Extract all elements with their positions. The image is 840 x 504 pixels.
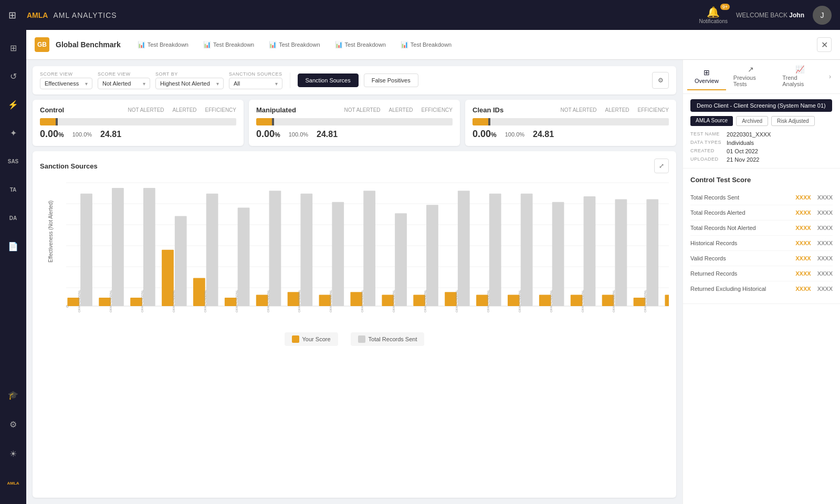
- score-row-label-5: Returned Records: [690, 270, 737, 277]
- sanction-sources-group: SANCTION SOURCES All ▾: [229, 71, 282, 89]
- score-val-gray-2: XXXX: [817, 225, 833, 231]
- svg-text:OFAC-CNSDNL: OFAC-CNSDNL: [361, 289, 364, 312]
- score-card-cleanids-title: Clean IDs: [472, 106, 503, 114]
- sanction-sources-label: SANCTION SOURCES: [229, 71, 282, 77]
- svg-rect-59: [615, 199, 627, 306]
- sidebar-item-theme[interactable]: ☀: [1, 441, 26, 466]
- chart-legend: Your Score Total Records Sent: [40, 332, 669, 346]
- score-row-vals-0: XXXX XXXX: [795, 194, 833, 201]
- client-name-badge: Demo Client - Client Screening (System N…: [690, 99, 832, 112]
- content-split: SCORE VIEW Effectiveness ▾ SCORE VIEW No…: [26, 60, 840, 504]
- score-row-1: Total Records Alerted XXXX XXXX: [690, 205, 833, 220]
- false-positives-button[interactable]: False Positives: [364, 74, 418, 87]
- sidebar-item-learn[interactable]: 🎓: [1, 382, 26, 407]
- tab-test-breakdown-5[interactable]: 📊 Test Breakdown: [394, 38, 458, 51]
- not-alerted-label-c: NOT ALERTED: [560, 107, 596, 113]
- nav-logo: AMLA: [27, 11, 48, 19]
- score-val-orange-6: XXXX: [795, 286, 811, 292]
- alerted-label: ALERTED: [173, 107, 197, 113]
- tab-test-breakdown-1[interactable]: 📊 Test Breakdown: [131, 38, 195, 51]
- tab-test-breakdown-3[interactable]: 📊 Test Breakdown: [262, 38, 326, 51]
- tag-row: AMLA Source Archived Risk Adjusted: [690, 116, 833, 126]
- score-view-1-select[interactable]: Effectiveness ▾: [40, 78, 92, 89]
- tab-test-breakdown-2[interactable]: 📊 Test Breakdown: [197, 38, 260, 51]
- svg-rect-47: [489, 194, 501, 306]
- sidebar-item-history[interactable]: ↺: [1, 64, 26, 89]
- chart-wrap: Effectiveness (Not Alerted) 0: [40, 177, 669, 326]
- bar-chart-icon-3: 📊: [269, 41, 277, 48]
- chevron-down-icon-3: ▾: [216, 81, 219, 87]
- right-panel-arrow[interactable]: ›: [824, 70, 836, 83]
- score-val-orange-4: XXXX: [795, 255, 811, 261]
- notification-badge: 9+: [720, 4, 730, 10]
- svg-rect-35: [363, 191, 375, 306]
- not-alerted-label-m: NOT ALERTED: [344, 107, 380, 113]
- user-name: John: [789, 12, 804, 19]
- sanction-sources-button[interactable]: Sanction Sources: [298, 74, 359, 87]
- tab-label-2: Test Breakdown: [213, 41, 254, 48]
- score-bar-dark-control: [56, 118, 58, 125]
- grid-icon[interactable]: ⊞: [8, 9, 16, 21]
- welcome-back: WELCOME BACK: [736, 12, 788, 19]
- score-bar-track-control: [40, 118, 236, 125]
- efficiency-label: EFFICIENCY: [205, 107, 236, 113]
- sidebar-item-doc[interactable]: 📄: [1, 234, 26, 259]
- bar-chart-svg: 0 OFAC-CNSDNLOFAC-CNSDNLOFAC-CNSDNLOFAC-…: [66, 177, 669, 324]
- score-row-5: Returned Records XXXX XXXX: [690, 266, 833, 281]
- tab-overview[interactable]: ⊞ Overview: [687, 63, 726, 90]
- legend-total-records: Total Records Sent: [351, 332, 425, 346]
- sidebar-item-dashboard[interactable]: ⊞: [1, 35, 26, 60]
- score-card-control: Control NOT ALERTED ALERTED EFFICIENCY: [33, 100, 244, 146]
- expand-icon[interactable]: ⤢: [654, 159, 669, 173]
- score-row-vals-2: XXXX XXXX: [795, 225, 833, 231]
- notifications-button[interactable]: 🔔 9+ Notifications: [699, 6, 728, 24]
- svg-text:OFAC-CNSDNL: OFAC-CNSDNL: [455, 289, 458, 312]
- svg-text:OFAC-CNSDNL: OFAC-CNSDNL: [392, 289, 395, 312]
- previous-tests-icon: ↗: [748, 65, 754, 74]
- svg-text:OFAC-CNSDNL: OFAC-CNSDNL: [267, 289, 270, 312]
- sidebar-item-activity[interactable]: ⚡: [1, 92, 26, 117]
- svg-text:OFAC-CNSDNL: OFAC-CNSDNL: [424, 289, 427, 312]
- sidebar-item-ta[interactable]: TA: [1, 177, 26, 202]
- test-name-value: 20220301_XXXX: [727, 131, 833, 138]
- sidebar-item-star[interactable]: ✦: [1, 120, 26, 145]
- trend-icon: 📈: [795, 65, 804, 74]
- tab-test-breakdown-4[interactable]: 📊 Test Breakdown: [329, 38, 392, 51]
- sanction-sources-select[interactable]: All ▾: [229, 78, 282, 89]
- svg-text:OFAC-CNSDNL: OFAC-CNSDNL: [298, 289, 301, 312]
- score-row-vals-5: XXXX XXXX: [795, 270, 833, 277]
- close-button[interactable]: ✕: [817, 37, 832, 52]
- tab-label-3: Test Breakdown: [279, 41, 320, 48]
- uploaded-label: UPLOADED: [690, 156, 721, 163]
- tag-amla-source[interactable]: AMLA Source: [690, 116, 733, 126]
- svg-rect-26: [269, 191, 281, 306]
- chart-section: Sanction Sources ⤢ Effectiveness (Not Al…: [33, 151, 676, 498]
- score-view-1-label: SCORE VIEW: [40, 71, 92, 77]
- score-row-vals-6: XXXX XXXX: [795, 286, 833, 292]
- sidebar-item-sas[interactable]: SAS: [1, 149, 26, 174]
- overview-icon: ⊞: [704, 68, 710, 77]
- score-pct-cleanids: 0.00%: [472, 129, 497, 140]
- tag-archived[interactable]: Archived: [736, 116, 768, 126]
- sidebar-item-da[interactable]: DA: [1, 205, 26, 230]
- svg-rect-38: [395, 213, 407, 306]
- score-view-1-group: SCORE VIEW Effectiveness ▾: [40, 71, 92, 89]
- sort-by-select[interactable]: Highest Not Alerted ▾: [155, 78, 224, 89]
- tag-risk-adjusted[interactable]: Risk Adjusted: [771, 116, 815, 126]
- tab-bar: GB Global Benchmark 📊 Test Breakdown 📊 T…: [26, 30, 840, 60]
- score-values-control: 0.00% 100.0% 24.81: [40, 129, 236, 140]
- score-pct-value-manipulated: 0.00: [256, 129, 275, 139]
- tab-trend-analysis[interactable]: 📈 Trend Analysis: [775, 60, 824, 93]
- filter-settings-icon[interactable]: ⚙: [652, 72, 669, 89]
- dashboard-icon: ⊞: [3, 37, 24, 58]
- avatar[interactable]: J: [813, 6, 832, 25]
- top-nav: ⊞ AMLA AML ANALYTICS 🔔 9+ Notifications …: [0, 0, 840, 30]
- score-view-2-select[interactable]: Not Alerted ▾: [98, 78, 150, 89]
- tab-previous-tests[interactable]: ↗ Previous Tests: [726, 60, 775, 93]
- score-bar-track-manipulated: [256, 118, 453, 125]
- sidebar-item-settings[interactable]: ⚙: [1, 412, 26, 437]
- previous-tests-label: Previous Tests: [733, 75, 768, 87]
- svg-rect-17: [175, 216, 187, 306]
- client-section: Demo Client - Client Screening (System N…: [683, 94, 840, 169]
- learn-icon: 🎓: [3, 384, 24, 405]
